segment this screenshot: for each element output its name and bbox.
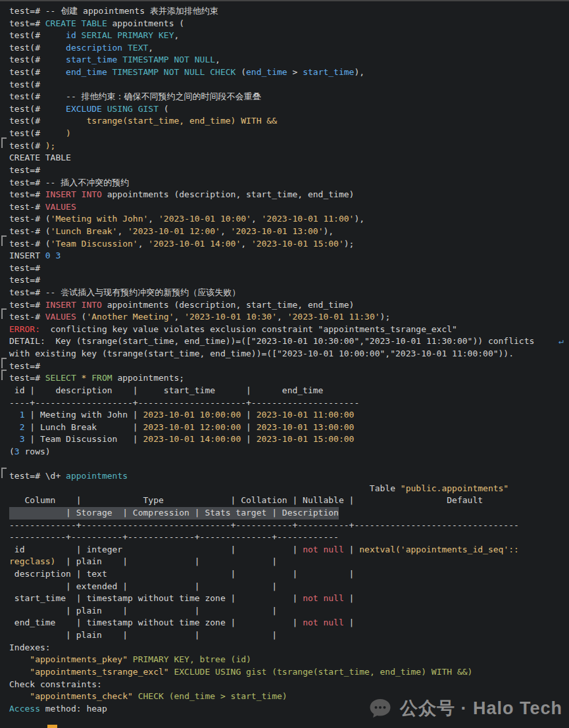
terminal-line: id | integer | | not null | nextval('app…: [9, 544, 569, 556]
terminal-line: test(# description TEXT,: [9, 42, 569, 55]
terminal-line: test-# ('Team Discussion', '2023-10-01 1…: [9, 238, 569, 251]
line-wrap-icon: ↵: [558, 335, 564, 348]
command-marker-icon: [1, 308, 7, 319]
terminal-line: test=# INSERT INTO appointments (descrip…: [9, 299, 569, 312]
terminal-line: id | description | start_time | end_time: [9, 385, 569, 397]
selected-text: | Storage | Compression | Stats target |…: [9, 507, 339, 520]
terminal-line: 3 | Team Discussion | 2023-10-01 14:00:0…: [9, 433, 569, 446]
terminal-line: ERROR: conflicting key value violates ex…: [9, 324, 569, 336]
terminal-line: test=#: [9, 164, 569, 177]
terminal-line: description | text | | |: [9, 568, 569, 581]
terminal-line: test-# VALUES: [9, 201, 569, 214]
command-marker-icon: [1, 137, 7, 148]
terminal-line: test(# tsrange(start_time, end_time) WIT…: [9, 115, 569, 128]
terminal-line: [9, 458, 569, 471]
terminal-window: test=# -- 创建 appointments 表并添加排他约束test=#…: [0, 0, 569, 728]
terminal-line: test-# ('Meeting with John', '2023-10-01…: [9, 213, 569, 226]
watermark-label: 公众号 · Halo Tech: [400, 696, 562, 720]
terminal-line: test(# end_time TIMESTAMP NOT NULL CHECK…: [9, 66, 569, 79]
terminal-line: ----+-------------------+---------------…: [9, 397, 569, 410]
terminal-line: test(#: [9, 79, 569, 91]
command-marker-icon: [1, 358, 7, 368]
terminal-output[interactable]: test=# -- 创建 appointments 表并添加排他约束test=#…: [0, 5, 569, 727]
terminal-line: test=# -- 尝试插入与现有预约冲突的新预约（应该失败）: [9, 287, 569, 299]
terminal-line: "appointments_tsrange_excl" EXCLUDE USIN…: [9, 666, 569, 679]
terminal-line: "appointments_pkey" PRIMARY KEY, btree (…: [9, 654, 569, 666]
terminal-line: CREATE TABLE: [9, 152, 569, 164]
terminal-line: test=#: [9, 360, 569, 373]
terminal-line: 2 | Lunch Break | 2023-10-01 12:00:00 | …: [9, 422, 569, 434]
terminal-line: test(# ): [9, 128, 569, 140]
terminal-line: test(# EXCLUDE USING GIST (: [9, 103, 569, 116]
command-marker-icon: [1, 370, 7, 380]
command-marker-icon: [1, 235, 7, 246]
terminal-line: | plain | | |: [9, 605, 569, 618]
terminal-line: test(# start_time TIMESTAMP NOT NULL,: [9, 54, 569, 66]
terminal-line: test=# CREATE TABLE appointments (: [9, 18, 569, 30]
terminal-line: 1 | Meeting with John | 2023-10-01 10:00…: [9, 409, 569, 422]
terminal-line: start_time | timestamp without time zone…: [9, 593, 569, 605]
terminal-line: | extended | | |: [9, 581, 569, 593]
terminal-line: test(# -- 排他约束：确保不同预约之间的时间段不会重叠: [9, 91, 569, 103]
terminal-line: test=# -- 插入不冲突的预约: [9, 177, 569, 189]
terminal-line: -----------+----------+-------------+---…: [9, 531, 569, 544]
terminal-line: test=# SELECT * FROM appointments;: [9, 372, 569, 385]
command-marker-icon: [1, 468, 7, 478]
terminal-line: Column | Type | Collation | Nullable | D…: [9, 495, 569, 507]
chat-bubble-icon: [368, 698, 392, 719]
terminal-line: test=# INSERT INTO appointments (descrip…: [9, 189, 569, 201]
terminal-line: (3 rows): [9, 446, 569, 458]
terminal-line: regclass) | plain | | |: [9, 556, 569, 568]
watermark: 公众号 · Halo Tech: [368, 696, 562, 720]
terminal-line: test-# VALUES ('Another Meeting', '2023-…: [9, 311, 569, 324]
terminal-line: test(# );: [9, 140, 569, 153]
terminal-line: test=#: [9, 262, 569, 275]
terminal-line: with existing key (tsrange(start_time, e…: [9, 348, 569, 360]
terminal-line: Check constraints:: [9, 679, 569, 691]
terminal-line: test(# id SERIAL PRIMARY KEY,: [9, 30, 569, 42]
terminal-line: | Storage | Compression | Stats target |…: [9, 507, 569, 520]
terminal-line: test=#: [9, 274, 569, 287]
terminal-line: Table "public.appointments": [9, 483, 569, 495]
terminal-line: INSERT 0 3: [9, 250, 569, 262]
terminal-line: end_time | timestamp without time zone |…: [9, 617, 569, 629]
terminal-cursor: [47, 725, 57, 728]
terminal-line: test=# -- 创建 appointments 表并添加排他约束: [9, 5, 569, 18]
terminal-line: -------------+--------------------------…: [9, 520, 569, 532]
terminal-line: | plain | | |: [9, 629, 569, 642]
terminal-line: Indexes:: [9, 642, 569, 654]
terminal-line: test=# \d+ appointments: [9, 470, 569, 483]
terminal-line: DETAIL: Key (tsrange(start_time, end_tim…: [9, 335, 569, 348]
terminal-line: test-# ('Lunch Break', '2023-10-01 12:00…: [9, 226, 569, 238]
